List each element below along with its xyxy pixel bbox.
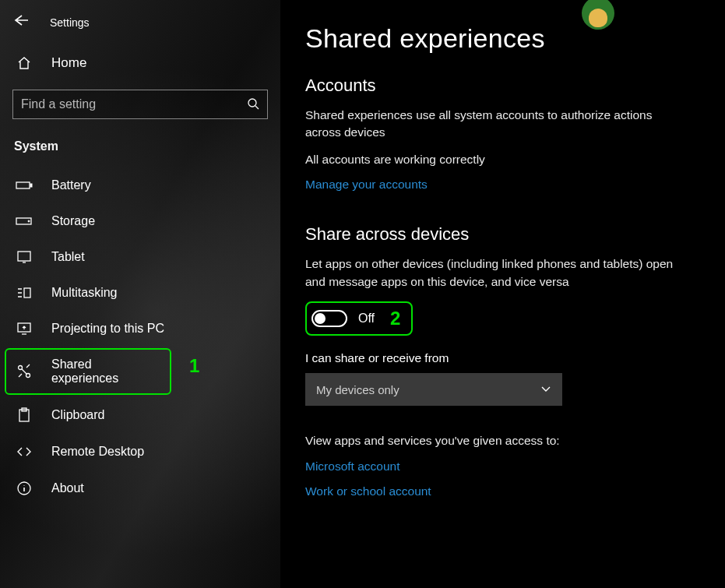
clipboard-icon [16, 407, 33, 423]
sidebar-item-multitasking[interactable]: Multitasking [0, 275, 280, 311]
shared-experiences-icon [16, 364, 33, 379]
sidebar-item-label: About [51, 481, 84, 495]
microsoft-account-link[interactable]: Microsoft account [305, 459, 702, 474]
dropdown-value: My devices only [316, 383, 399, 396]
toggle-state-label: Off [358, 312, 375, 326]
section-label: System [0, 119, 280, 158]
projecting-icon [16, 322, 33, 336]
sidebar-item-label: Tablet [51, 250, 85, 264]
battery-icon [16, 180, 33, 191]
svg-rect-6 [24, 288, 30, 298]
sidebar-item-tablet[interactable]: Tablet [0, 239, 280, 275]
sidebar-item-storage[interactable]: Storage [0, 203, 280, 239]
accounts-status: All accounts are working correctly [305, 151, 687, 168]
home-icon [16, 55, 33, 71]
accounts-heading: Accounts [305, 76, 702, 96]
share-toggle[interactable] [311, 310, 347, 327]
svg-rect-1 [16, 182, 30, 188]
about-icon [16, 481, 33, 496]
storage-icon [16, 216, 33, 227]
share-from-label: I can share or receive from [305, 351, 702, 365]
sidebar-item-shared-experiences[interactable]: Shared experiences 1 [5, 348, 171, 395]
accounts-description: Shared experiences use all system accoun… [305, 107, 687, 142]
sidebar-item-label: Clipboard [51, 408, 104, 422]
sidebar-item-label: Shared experiences [51, 357, 162, 386]
search-input[interactable] [21, 97, 247, 111]
main-content: Shared experiences Accounts Shared exper… [280, 0, 725, 588]
sidebar-item-projecting[interactable]: Projecting to this PC [0, 311, 280, 347]
access-description: View apps and services you've given acce… [305, 432, 687, 449]
sidebar-item-label: Multitasking [51, 286, 117, 300]
remote-desktop-icon [16, 445, 33, 458]
svg-rect-5 [18, 252, 30, 261]
svg-point-0 [248, 99, 256, 107]
svg-point-8 [18, 366, 22, 370]
search-icon [247, 97, 259, 112]
search-box[interactable] [12, 90, 268, 119]
share-toggle-group: Off 2 [305, 301, 413, 336]
multitasking-icon [16, 286, 33, 300]
sidebar-item-label: Remote Desktop [51, 445, 144, 459]
nav-list: Battery Storage Tablet Multitasking Proj… [0, 167, 280, 507]
sidebar: Settings Home System Battery Storage [0, 0, 280, 588]
window-title: Settings [50, 16, 90, 29]
manage-accounts-link[interactable]: Manage your accounts [305, 178, 428, 192]
sidebar-item-about[interactable]: About [0, 470, 280, 507]
home-label: Home [51, 55, 86, 71]
work-account-link[interactable]: Work or school account [305, 484, 702, 498]
sidebar-item-remote-desktop[interactable]: Remote Desktop [0, 434, 280, 470]
share-heading: Share across devices [305, 224, 702, 245]
annotation-number: 1 [189, 355, 199, 377]
back-button[interactable] [8, 11, 33, 33]
home-button[interactable]: Home [0, 44, 280, 82]
svg-rect-2 [30, 184, 32, 187]
sidebar-item-battery[interactable]: Battery [0, 167, 280, 203]
annotation-number: 2 [390, 308, 400, 329]
chevron-down-icon [540, 384, 551, 396]
page-title: Shared experiences [305, 23, 702, 54]
share-description: Let apps on other devices (including lin… [305, 255, 687, 290]
sidebar-item-label: Storage [51, 214, 95, 228]
toggle-knob [315, 313, 326, 324]
svg-point-9 [26, 374, 30, 378]
arrow-left-icon [12, 14, 28, 26]
svg-point-4 [28, 220, 30, 222]
sidebar-item-label: Projecting to this PC [51, 322, 164, 336]
sidebar-item-label: Battery [51, 178, 91, 192]
tablet-icon [16, 250, 33, 264]
sidebar-item-clipboard[interactable]: Clipboard [0, 396, 280, 434]
share-from-dropdown[interactable]: My devices only [305, 373, 562, 406]
